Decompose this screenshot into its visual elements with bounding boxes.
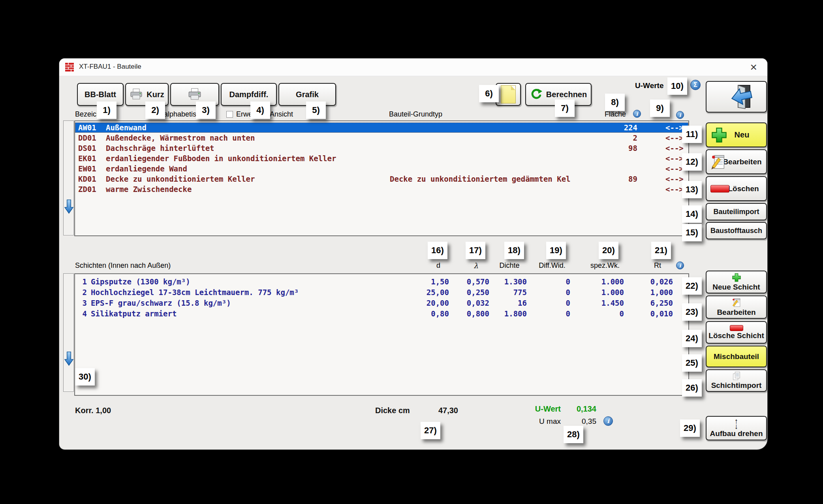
schicht-listbox[interactable]: 1 Gipsputze (1300 kg/m³) 1,50 0,570 1.30… [74, 273, 689, 396]
printer-icon [130, 88, 143, 100]
bauteil-row[interactable]: ZD01 warme Zwischendecke <--> [75, 184, 688, 194]
schicht-row[interactable]: 2 Hochlochziegel 17-38cm Leichtmauerm. 7… [75, 287, 688, 298]
annotation-26: 26) [682, 379, 702, 397]
annotation-7: 7) [555, 100, 575, 117]
schicht-diffwid: 0 [527, 298, 570, 308]
annotation-11: 11) [682, 126, 702, 143]
sigma-icon[interactable]: Σ [690, 80, 701, 90]
rt-info-icon[interactable]: i [676, 261, 684, 269]
schicht-dichte: 775 [483, 287, 527, 298]
u-max-info-icon[interactable]: i [603, 416, 613, 426]
dampfdiff-label: Dampfdiff. [229, 90, 269, 99]
schicht-spezwk: 1.000 [581, 276, 624, 287]
bauteil-row[interactable]: KD01 Decke zu unkonditioniertem Keller D… [75, 174, 688, 184]
screenshot-stage: XT-FBAU1 - Bauteile × BB-Blatt Kurz Damp… [0, 0, 823, 504]
neue-schicht-button[interactable]: Neue Schicht [706, 271, 767, 293]
down-arrow-icon[interactable] [64, 351, 73, 366]
col-diffwid-label: Diff.Wid. [528, 261, 576, 270]
bauteil-scroll-strip[interactable] [63, 120, 74, 235]
schicht-d: 20,00 [406, 298, 449, 308]
baustofftausch-button[interactable]: Baustofftausch [706, 222, 767, 239]
bauteil-row[interactable]: EK01 erdanliegender Fußboden in unkondit… [75, 153, 688, 164]
bauteil-row[interactable]: DD01 Außendecke, Wärmestrom nach unten 2… [75, 133, 688, 143]
baustofftausch-label: Baustofftausch [710, 227, 762, 235]
flaeche-info-icon[interactable]: i [633, 110, 641, 118]
bauteil-flaeche: 98 [588, 143, 637, 153]
bauteil-link: <--> [665, 153, 684, 164]
annotation-21: 21) [651, 242, 671, 259]
u-wert-value: 0,134 [551, 404, 596, 414]
annotation-5: 5) [306, 102, 326, 119]
schicht-rt: 6,250 [629, 298, 673, 308]
schicht-row[interactable]: 4 Silikatputz armiert 0,80 0,800 1.800 0… [75, 308, 688, 319]
schicht-scroll-strip[interactable] [63, 273, 74, 392]
schicht-d: 1,50 [406, 276, 449, 287]
kurz-label: Kurz [147, 90, 164, 99]
annotation-25: 25) [682, 354, 702, 372]
annotation-15: 15) [682, 224, 702, 241]
schicht-name: Hochlochziegel 17-38cm Leichtmauerm. 775… [91, 287, 299, 298]
erweiterte-ansicht-checkbox[interactable] [226, 111, 233, 118]
schichtimport-button[interactable]: Schichtimport [706, 369, 767, 392]
bauteil-listbox[interactable]: AW01 Außenwand 224 <--> DD01 Außendecke,… [74, 120, 689, 236]
flaeche-label: Fläche [605, 110, 626, 118]
annotation-22: 22) [682, 277, 702, 295]
refresh-icon [530, 88, 543, 101]
bauteilimport-button[interactable]: Bauteilimport [706, 203, 767, 220]
down-arrow-glyph: ↓ [735, 424, 738, 429]
bauteil-name: warme Zwischendecke [106, 184, 192, 194]
bauteil-row[interactable]: DS01 Dachschräge hinterlüftet 98 <--> [75, 143, 688, 153]
schicht-lambda: 0,800 [446, 308, 489, 319]
title-bar[interactable]: XT-FBAU1 - Bauteile × [59, 58, 767, 76]
bb-blatt-label: BB-Blatt [85, 90, 116, 99]
link-info-icon[interactable]: i [676, 111, 684, 119]
schicht-name: Silikatputz armiert [91, 308, 177, 319]
aufbau-drehen-button[interactable]: ↑ ↓ Aufbau drehen [706, 416, 767, 440]
bauteil-code: ZD01 [78, 184, 96, 194]
neue-schicht-label: Neue Schicht [712, 283, 760, 291]
annotation-24: 24) [682, 330, 702, 347]
schicht-spezwk: 1.000 [581, 287, 624, 298]
annotation-20: 20) [599, 242, 618, 259]
schicht-rt: 0,026 [629, 276, 673, 287]
annotation-28: 28) [564, 426, 583, 443]
bauteil-link: <--> [665, 164, 684, 174]
new-note-button[interactable] [496, 83, 521, 106]
loesche-schicht-button[interactable]: Lösche Schicht [706, 321, 767, 344]
bauteil-link: <--> [665, 184, 684, 194]
loesche-schicht-label: Lösche Schicht [708, 331, 764, 340]
bauteil-code: DD01 [78, 133, 96, 143]
schicht-d: 0,80 [406, 308, 449, 319]
schicht-diffwid: 0 [527, 276, 570, 287]
schicht-diffwid: 0 [527, 308, 570, 319]
schicht-bearbeiten-label: Bearbeiten [717, 308, 755, 317]
annotation-30: 30) [75, 368, 95, 386]
schicht-name: Gipsputze (1300 kg/m³) [91, 276, 190, 287]
schicht-bearbeiten-button[interactable]: Bearbeiten [706, 295, 767, 319]
printer-icon [188, 88, 202, 101]
schicht-spezwk: 0 [581, 308, 624, 319]
loeschen-button[interactable]: Löschen [706, 176, 767, 201]
annotation-29: 29) [680, 419, 700, 437]
bearbeiten-button[interactable]: Bearbeiten [706, 149, 767, 174]
schicht-dichte: 1.300 [483, 276, 527, 287]
bauteil-row[interactable]: AW01 Außenwand 224 <--> [75, 122, 688, 133]
neu-button[interactable]: Neu [706, 122, 767, 147]
schicht-diffwid: 0 [527, 287, 570, 298]
grundtyp-label: Bauteil-Grundtyp [389, 110, 442, 118]
close-icon[interactable]: × [750, 60, 757, 75]
annotation-18: 18) [504, 242, 524, 259]
schicht-row[interactable]: 3 EPS-F grau/schwarz (15.8 kg/m³) 20,00 … [75, 298, 688, 308]
exit-door-icon [718, 84, 755, 109]
schicht-dichte: 16 [483, 298, 527, 308]
bauteil-row[interactable]: EW01 erdanliegende Wand <--> [75, 164, 688, 174]
loeschen-label: Löschen [728, 184, 759, 193]
exit-button[interactable] [706, 81, 767, 113]
mischbauteil-label: Mischbauteil [714, 352, 759, 361]
schicht-lambda: 0,570 [446, 276, 489, 287]
mischbauteil-button[interactable]: Mischbauteil [706, 346, 767, 367]
down-arrow-icon[interactable] [64, 199, 73, 214]
window-title: XT-FBAU1 - Bauteile [79, 63, 141, 71]
schicht-row[interactable]: 1 Gipsputze (1300 kg/m³) 1,50 0,570 1.30… [75, 276, 688, 287]
bauteil-code: DS01 [78, 143, 96, 153]
